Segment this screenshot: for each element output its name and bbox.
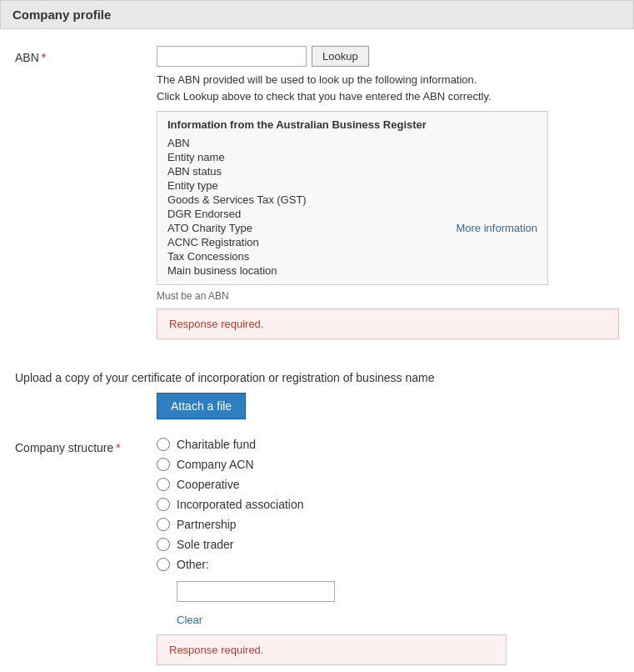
abn-must-be: Must be an ABN bbox=[157, 290, 619, 302]
info-row-location: Main business location bbox=[167, 263, 537, 278]
info-row-abn-status: ABN status bbox=[167, 164, 537, 178]
structure-error-box: Response required. bbox=[157, 634, 507, 665]
upload-description: Upload a copy of your certificate of inc… bbox=[15, 371, 619, 384]
radio-sole-trader-input[interactable] bbox=[157, 538, 170, 551]
radio-sole-trader[interactable]: Sole trader bbox=[157, 538, 619, 551]
attach-file-button[interactable]: Attach a file bbox=[157, 393, 246, 419]
info-row-gst: Goods & Services Tax (GST) bbox=[167, 193, 537, 207]
radio-incorporated-association-input[interactable] bbox=[157, 498, 170, 511]
radio-group-structure: Charitable fund Company ACN Cooperative … bbox=[157, 438, 619, 626]
radio-other[interactable]: Other: bbox=[157, 558, 619, 571]
radio-partnership[interactable]: Partnership bbox=[157, 518, 619, 531]
radio-charitable-fund-input[interactable] bbox=[157, 438, 170, 451]
info-row-ato: ATO Charity Type More information bbox=[167, 221, 537, 235]
abn-info-box: Information from the Australian Business… bbox=[157, 111, 548, 285]
more-information-link[interactable]: More information bbox=[456, 222, 537, 234]
company-structure-label: Company structure* bbox=[15, 436, 157, 454]
lookup-button[interactable]: Lookup bbox=[312, 46, 369, 67]
abn-input[interactable] bbox=[157, 46, 307, 67]
radio-cooperative[interactable]: Cooperative bbox=[157, 478, 619, 491]
abn-description: The ABN provided will be used to look up… bbox=[157, 72, 619, 104]
info-row-tax: Tax Concessions bbox=[167, 249, 537, 263]
company-structure-content: Charitable fund Company ACN Cooperative … bbox=[157, 436, 619, 665]
abn-label: ABN* bbox=[15, 46, 157, 64]
radio-incorporated-association[interactable]: Incorporated association bbox=[157, 498, 619, 511]
other-text-input[interactable] bbox=[177, 581, 335, 602]
info-row-acnc: ACNC Registration bbox=[167, 235, 537, 249]
radio-partnership-input[interactable] bbox=[157, 518, 170, 531]
radio-other-input[interactable] bbox=[157, 558, 170, 571]
radio-charitable-fund[interactable]: Charitable fund bbox=[157, 438, 619, 451]
radio-company-acn-input[interactable] bbox=[157, 458, 170, 471]
info-row-entity-type: Entity type bbox=[167, 178, 537, 193]
abn-error-box: Response required. bbox=[157, 308, 619, 339]
clear-link[interactable]: Clear bbox=[177, 614, 619, 626]
structure-required-marker: * bbox=[116, 441, 120, 454]
info-box-header: Information from the Australian Business… bbox=[167, 118, 537, 131]
abn-field-content: Lookup The ABN provided will be used to … bbox=[157, 46, 619, 339]
info-row-dgr: DGR Endorsed bbox=[167, 207, 537, 221]
abn-required-marker: * bbox=[42, 51, 46, 64]
page-header: Company profile bbox=[0, 0, 634, 29]
info-row-abn: ABN bbox=[167, 136, 537, 150]
info-row-entity-name: Entity name bbox=[167, 150, 537, 164]
radio-cooperative-input[interactable] bbox=[157, 478, 170, 491]
radio-company-acn[interactable]: Company ACN bbox=[157, 458, 619, 471]
